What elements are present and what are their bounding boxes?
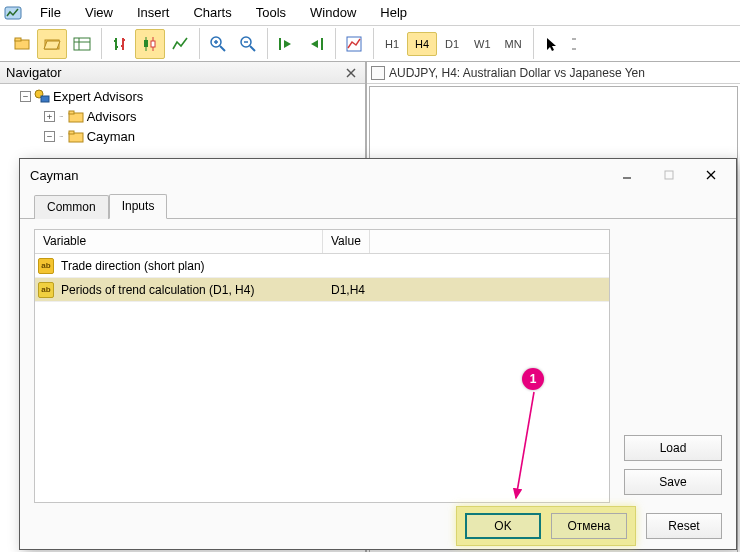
toolbar-line-icon[interactable] <box>165 29 195 59</box>
column-variable[interactable]: Variable <box>35 230 323 253</box>
toolbar-zoom-out-icon[interactable] <box>233 29 263 59</box>
inputs-table-header: Variable Value <box>35 230 609 254</box>
menu-view[interactable]: View <box>73 2 125 23</box>
tree-cayman[interactable]: − ··· Cayman <box>6 126 365 146</box>
maximize-icon <box>648 160 690 190</box>
chart-window-icon[interactable] <box>371 66 385 80</box>
highlighted-buttons: OK Отмена <box>456 506 636 546</box>
table-row[interactable]: ab Trade direction (short plan) <box>35 254 609 278</box>
toolbar-folder-open-icon[interactable] <box>37 29 67 59</box>
tree-label: Expert Advisors <box>53 89 143 104</box>
row-variable: Trade direction (short plan) <box>57 259 323 273</box>
dialog-tabs: Common Inputs <box>20 193 736 219</box>
tab-inputs[interactable]: Inputs <box>109 194 168 219</box>
svg-rect-0 <box>5 7 21 19</box>
svg-marker-4 <box>44 41 60 49</box>
inputs-table: Variable Value ab Trade direction (short… <box>34 229 610 503</box>
svg-marker-30 <box>547 38 556 51</box>
load-button[interactable]: Load <box>624 435 722 461</box>
cancel-button[interactable]: Отмена <box>551 513 627 539</box>
svg-rect-40 <box>69 131 74 134</box>
period-h1[interactable]: H1 <box>377 32 407 56</box>
table-row[interactable]: ab Periods of trend calculation (D1, H4)… <box>35 278 609 302</box>
expand-icon[interactable]: + <box>44 111 55 122</box>
tab-common[interactable]: Common <box>34 195 109 219</box>
chart-title-text: AUDJPY, H4: Australian Dollar vs Japanes… <box>389 66 645 80</box>
row-variable: Periods of trend calculation (D1, H4) <box>57 283 323 297</box>
dialog-title: Cayman <box>30 168 606 183</box>
folder-icon <box>67 108 85 124</box>
minimize-icon[interactable] <box>606 160 648 190</box>
row-value[interactable]: D1,H4 <box>323 283 373 297</box>
tree-connector-icon: ··· <box>59 112 63 121</box>
svg-rect-36 <box>41 96 49 102</box>
collapse-icon[interactable]: − <box>44 131 55 142</box>
reset-button[interactable]: Reset <box>646 513 722 539</box>
column-value[interactable]: Value <box>323 230 370 253</box>
menu-insert[interactable]: Insert <box>125 2 182 23</box>
toolbar-candles-icon[interactable] <box>135 29 165 59</box>
toolbar-zoom-in-icon[interactable] <box>203 29 233 59</box>
toolbar-more-icon[interactable] <box>567 29 581 59</box>
period-d1[interactable]: D1 <box>437 32 467 56</box>
menu-file[interactable]: File <box>28 2 73 23</box>
string-type-icon: ab <box>38 282 54 298</box>
period-h4[interactable]: H4 <box>407 32 437 56</box>
toolbar-indicators-icon[interactable] <box>339 29 369 59</box>
navigator-close-icon[interactable] <box>343 65 359 81</box>
svg-rect-2 <box>15 38 21 41</box>
toolbar-shift-left-icon[interactable] <box>271 29 301 59</box>
menu-help[interactable]: Help <box>368 2 419 23</box>
annotation-marker-1: 1 <box>522 368 544 390</box>
menu-charts[interactable]: Charts <box>181 2 243 23</box>
menu-window[interactable]: Window <box>298 2 368 23</box>
close-icon[interactable] <box>690 160 732 190</box>
tree-advisors[interactable]: + ··· Advisors <box>6 106 365 126</box>
tree-connector-icon: ··· <box>59 132 63 141</box>
period-w1[interactable]: W1 <box>467 32 498 56</box>
menu-bar: File View Insert Charts Tools Window Hel… <box>0 0 740 26</box>
svg-rect-15 <box>144 40 148 47</box>
period-mn[interactable]: MN <box>498 32 529 56</box>
svg-marker-28 <box>311 40 318 48</box>
toolbar-bars-icon[interactable] <box>105 29 135 59</box>
side-buttons: Load Save <box>624 229 722 503</box>
app-icon <box>2 2 24 24</box>
svg-rect-17 <box>151 41 155 47</box>
folder-icon <box>67 128 85 144</box>
ea-group-icon <box>33 88 51 104</box>
toolbar: H1 H4 D1 W1 MN <box>0 26 740 62</box>
tree-label: Advisors <box>87 109 137 124</box>
toolbar-data-icon[interactable] <box>67 29 97 59</box>
svg-rect-5 <box>74 38 90 50</box>
svg-marker-26 <box>284 40 291 48</box>
toolbar-shift-right-icon[interactable] <box>301 29 331 59</box>
toolbar-folder-icon[interactable] <box>7 29 37 59</box>
dialog-footer: OK Отмена Reset <box>20 503 736 549</box>
tree-expert-advisors[interactable]: − Expert Advisors <box>6 86 365 106</box>
svg-line-19 <box>220 46 225 51</box>
menu-tools[interactable]: Tools <box>244 2 298 23</box>
ea-properties-dialog: Cayman Common Inputs Variable Value ab T… <box>19 158 737 550</box>
chart-title-bar: AUDJPY, H4: Australian Dollar vs Japanes… <box>367 62 740 84</box>
collapse-icon[interactable]: − <box>20 91 31 102</box>
svg-rect-45 <box>665 171 673 179</box>
toolbar-cursor-icon[interactable] <box>537 29 567 59</box>
ok-button[interactable]: OK <box>465 513 541 539</box>
dialog-titlebar[interactable]: Cayman <box>20 159 736 191</box>
svg-line-23 <box>250 46 255 51</box>
navigator-header: Navigator <box>0 62 365 84</box>
navigator-title: Navigator <box>6 65 62 80</box>
string-type-icon: ab <box>38 258 54 274</box>
save-button[interactable]: Save <box>624 469 722 495</box>
svg-rect-38 <box>69 111 74 114</box>
tree-label: Cayman <box>87 129 135 144</box>
